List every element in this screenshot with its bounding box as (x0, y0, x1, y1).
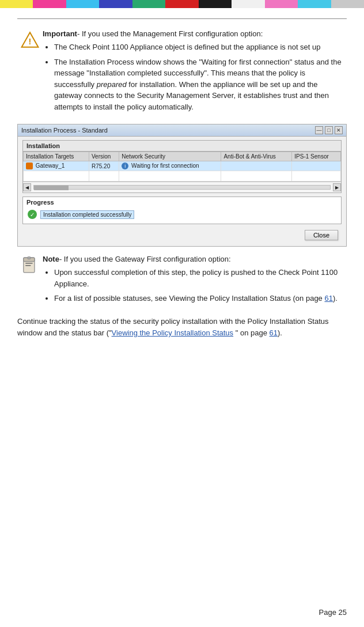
progress-section-title: Progress (23, 197, 341, 207)
important-content: Important- If you used the Management Fi… (43, 29, 347, 116)
dialog-titlebar: Installation Process - Standard — □ ✕ (18, 124, 346, 137)
important-list: The Check Point 1100 Appliance object is… (43, 41, 347, 112)
installation-process-dialog: Installation Process - Standard — □ ✕ In… (17, 124, 347, 247)
note-icon (17, 255, 43, 274)
col-ips: IPS-1 Sensor (292, 152, 341, 161)
close-dialog-button[interactable]: Close (305, 230, 338, 240)
progress-section: Progress ✓ Installation completed succes… (22, 197, 342, 224)
installation-section-title: Installation (23, 141, 341, 152)
cell-version: R75.20 (89, 161, 119, 171)
scrollbar-thumb[interactable] (34, 186, 69, 190)
scroll-left-arrow[interactable]: ◀ (23, 183, 31, 191)
page-link[interactable]: 61 (270, 328, 278, 337)
dialog-titlebar-buttons: — □ ✕ (315, 126, 343, 134)
installation-section: Installation Installation Targets Versio… (22, 140, 342, 193)
svg-rect-4 (25, 263, 33, 264)
installation-table: Installation Targets Version Network Sec… (23, 152, 341, 182)
table-header-row: Installation Targets Version Network Sec… (24, 152, 341, 161)
restore-button[interactable]: □ (325, 126, 333, 134)
note-list: Upon successful completion of this step,… (43, 267, 347, 304)
warning-icon: ! (17, 29, 43, 49)
note-title: Note- If you used the Gateway First conf… (43, 255, 347, 263)
important-title: Important- If you used the Management Fi… (43, 29, 347, 38)
info-icon: i (122, 163, 128, 169)
note-bullet-1: Upon successful completion of this step,… (54, 267, 347, 289)
bottom-paragraph: Continue tracking the status of the secu… (17, 316, 347, 339)
scroll-right-arrow[interactable]: ▶ (333, 183, 341, 191)
cell-network: i Waiting for first connection (119, 161, 221, 171)
table-row-empty (24, 171, 341, 182)
cell-target: Gateway_1 (24, 161, 89, 171)
col-antibot: Anti-Bot & Anti-Virus (221, 152, 292, 161)
note-page-link[interactable]: 61 (324, 294, 332, 303)
color-bar (0, 0, 364, 8)
bottom-text-part3: ). (278, 328, 282, 337)
svg-rect-7 (28, 257, 31, 259)
success-icon: ✓ (28, 210, 37, 219)
viewing-link[interactable]: Viewing the Policy Installation Status (112, 328, 234, 337)
note-notice: Note- If you used the Gateway First conf… (17, 255, 347, 308)
top-rule (17, 18, 347, 19)
scrollbar-track[interactable] (33, 185, 331, 190)
cell-ips (292, 161, 341, 171)
col-network: Network Security (119, 152, 221, 161)
svg-rect-5 (25, 265, 31, 266)
col-targets: Installation Targets (24, 152, 89, 161)
progress-label: Installation completed successfully (40, 210, 134, 219)
dialog-title: Installation Process - Standard (21, 127, 108, 134)
important-bullet-1: The Check Point 1100 Appliance object is… (54, 41, 347, 53)
dialog-body: Installation Installation Targets Versio… (18, 137, 346, 246)
note-bullet-2: For a list of possible statuses, see Vie… (54, 293, 347, 304)
cell-antibot (221, 161, 292, 171)
bottom-text-part2: " on page (233, 328, 269, 337)
dialog-footer: Close (22, 228, 342, 243)
horizontal-scrollbar[interactable]: ◀ ▶ (23, 182, 341, 192)
page-content: ! Important- If you used the Management … (0, 8, 364, 362)
important-notice: ! Important- If you used the Management … (17, 29, 347, 116)
svg-text:!: ! (29, 37, 32, 46)
table-row: Gateway_1 R75.20 i Waiting for first con… (24, 161, 341, 171)
important-bullet-2: The Installation Process window shows th… (54, 56, 347, 113)
note-content: Note- If you used the Gateway First conf… (43, 255, 347, 308)
close-button[interactable]: ✕ (335, 126, 343, 134)
gateway-icon (26, 163, 33, 169)
progress-row: ✓ Installation completed successfully (23, 207, 341, 224)
page-number: Page 25 (319, 608, 347, 617)
minimize-button[interactable]: — (315, 126, 323, 134)
col-version: Version (89, 152, 119, 161)
